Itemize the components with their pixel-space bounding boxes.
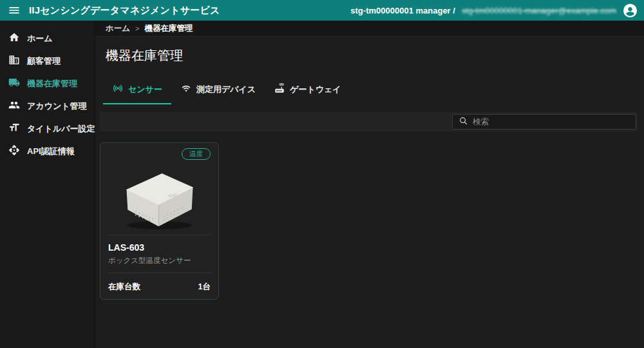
tab-label: 測定用デバイス [196,84,256,95]
breadcrumb-separator: > [135,24,139,32]
sidebar-item-label: アカウント管理 [27,101,87,112]
sidebar-item-customers[interactable]: 顧客管理 [0,50,95,72]
home-icon [8,32,20,45]
sidebar-item-label: 機器在庫管理 [27,78,77,90]
badge-row: 温度 [108,148,211,160]
sidebar-item-accounts[interactable]: アカウント管理 [0,95,95,117]
sidebar-item-label: ホーム [27,33,53,44]
api-icon [8,144,20,158]
app-title: IIJセンシングデータマネジメントサービス [29,5,220,17]
main-content: ホーム > 機器在庫管理 機器在庫管理 センサー [95,21,644,348]
sidebar-item-label: タイトルバー設定 [27,123,95,135]
truck-icon [8,77,20,90]
user-label: stg-tm00000001 manager / [350,6,455,15]
card-footer: 在庫台数 1台 [108,282,211,293]
header-left: IIJセンシングデータマネジメントサービス [8,4,220,17]
sidebar-item-home[interactable]: ホーム [0,27,95,50]
building-icon [8,54,20,68]
sidebar-item-device-inventory[interactable]: 機器在庫管理 [0,72,95,95]
app-root: IIJセンシングデータマネジメントサービス stg-tm00000001 man… [0,0,644,348]
people-icon [8,99,20,113]
device-card-list: 温度 [95,131,644,300]
search-icon [459,116,468,128]
device-name: LAS-603 [108,242,211,253]
tab-bar: センサー 測定用デバイス [95,64,644,104]
header-user-area: stg-tm00000001 manager / stg-tm00000001-… [350,3,638,18]
tab-label: センサー [128,84,162,95]
router-icon [274,82,285,96]
user-email-redacted: stg-tm00000001-manager@example.com [462,6,616,15]
sidebar-item-label: API認証情報 [27,146,75,157]
breadcrumb-home-link[interactable]: ホーム [106,23,130,34]
tab-label: ゲートウェイ [290,84,341,95]
wifi-icon [180,82,192,96]
sidebar-item-api-credentials[interactable]: API認証情報 [0,140,95,162]
stock-label: 在庫台数 [108,282,140,293]
temperature-badge: 温度 [182,148,211,160]
white-box-sensor-photo: kiwi [108,160,211,235]
sidebar-item-titlebar-settings[interactable]: タイトルバー設定 [0,117,95,140]
page-title: 機器在庫管理 [95,37,644,64]
body: ホーム 顧客管理 機器在庫管理 アカウント管理 [0,21,644,348]
tab-sensor[interactable]: センサー [103,77,171,104]
device-card-las-603[interactable]: 温度 [100,142,219,300]
filter-toolbar [100,112,638,131]
breadcrumb-current: 機器在庫管理 [145,23,193,34]
device-description: ボックス型温度センサー [108,256,211,266]
sidebar-item-label: 顧客管理 [27,55,61,67]
search-box[interactable] [452,114,636,130]
menu-icon[interactable] [8,4,21,17]
tab-measuring-device[interactable]: 測定用デバイス [171,77,265,104]
text-format-icon [8,122,20,135]
card-divider [108,235,211,235]
app-header: IIJセンシングデータマネジメントサービス stg-tm00000001 man… [0,0,644,21]
account-circle-icon[interactable] [623,3,638,18]
search-input[interactable] [473,117,630,126]
sidebar: ホーム 顧客管理 機器在庫管理 アカウント管理 [0,21,95,348]
card-divider [108,273,211,273]
stock-value: 1台 [198,282,211,293]
sensor-icon [112,82,124,96]
breadcrumb: ホーム > 機器在庫管理 [95,21,644,37]
tab-gateway[interactable]: ゲートウェイ [265,77,350,104]
